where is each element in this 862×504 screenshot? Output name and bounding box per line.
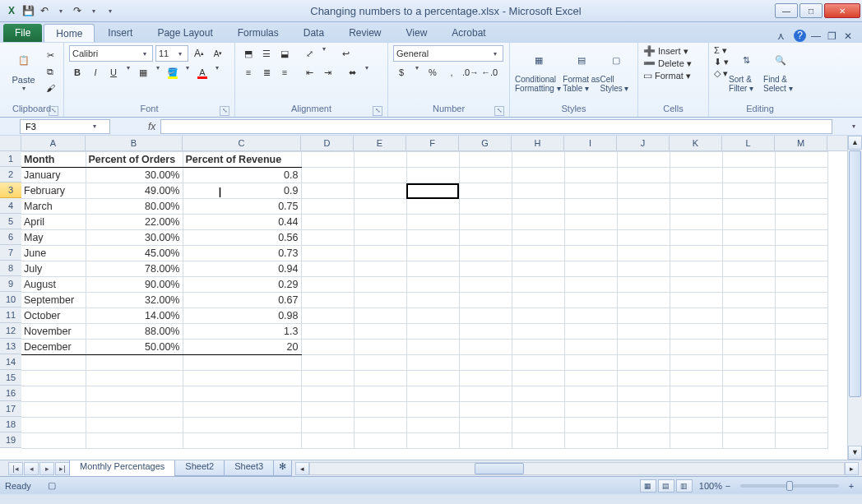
cell-C2[interactable]: 0.8 — [183, 168, 301, 183]
column-header-H[interactable]: H — [512, 136, 564, 150]
cell-I19[interactable] — [564, 433, 617, 449]
cell-G17[interactable] — [459, 402, 512, 418]
cell-G19[interactable] — [459, 433, 512, 449]
row-header-4[interactable]: 4 — [0, 198, 21, 214]
scroll-down-arrow[interactable]: ▼ — [848, 446, 862, 460]
cell-C19[interactable] — [183, 433, 301, 449]
redo-dropdown[interactable]: ▾ — [87, 4, 100, 17]
cell-M9[interactable] — [775, 277, 827, 293]
horizontal-scroll-thumb[interactable] — [475, 463, 524, 474]
cell-L3[interactable] — [722, 183, 775, 199]
border-dropdown[interactable]: ▾ — [153, 64, 163, 81]
review-tab[interactable]: Review — [337, 24, 392, 42]
cell-K1[interactable] — [670, 152, 722, 168]
zoom-thumb[interactable] — [786, 481, 793, 491]
cell-L12[interactable] — [722, 324, 775, 340]
cell-C4[interactable]: 0.75 — [183, 199, 301, 215]
cell-D2[interactable] — [301, 168, 354, 183]
cell-D18[interactable] — [301, 418, 354, 433]
font-size-combo[interactable]: 11▾ — [155, 45, 188, 62]
column-header-J[interactable]: J — [617, 136, 670, 150]
cell-K4[interactable] — [670, 199, 722, 215]
cell-E1[interactable] — [354, 152, 406, 168]
cell-C7[interactable]: 0.73 — [183, 246, 301, 261]
cell-A17[interactable] — [21, 402, 86, 418]
cell-B3[interactable]: 49.00% — [86, 183, 183, 199]
cell-L1[interactable] — [722, 152, 775, 168]
cell-C5[interactable]: 0.44 — [183, 215, 301, 230]
redo-icon[interactable]: ↷ — [71, 4, 84, 17]
row-header-15[interactable]: 15 — [0, 370, 21, 386]
formula-bar-expand[interactable]: ▾ — [849, 123, 859, 130]
acrobat-tab[interactable]: Acrobat — [440, 24, 497, 42]
cell-H4[interactable] — [512, 199, 564, 215]
cell-M8[interactable] — [775, 261, 827, 277]
cell-L15[interactable] — [722, 371, 775, 386]
cell-M15[interactable] — [775, 371, 827, 386]
cell-A18[interactable] — [21, 418, 86, 433]
cell-B19[interactable] — [86, 433, 183, 449]
cell-A10[interactable]: September — [21, 293, 86, 308]
cell-K19[interactable] — [670, 433, 722, 449]
cell-A13[interactable]: December — [21, 340, 86, 355]
cell-G7[interactable] — [459, 246, 512, 261]
cell-D7[interactable] — [301, 246, 354, 261]
name-box-input[interactable] — [21, 122, 90, 132]
cell-D14[interactable] — [301, 355, 354, 371]
cell-K13[interactable] — [670, 340, 722, 355]
cell-M6[interactable] — [775, 230, 827, 246]
cell-C1[interactable]: Percent of Revenue — [183, 152, 301, 168]
row-header-8[interactable]: 8 — [0, 261, 21, 276]
cell-L5[interactable] — [722, 215, 775, 230]
cell-F15[interactable] — [406, 371, 459, 386]
cell-E13[interactable] — [354, 340, 406, 355]
cell-D8[interactable] — [301, 261, 354, 277]
cell-D11[interactable] — [301, 308, 354, 324]
cell-I12[interactable] — [564, 324, 617, 340]
cell-J15[interactable] — [617, 371, 670, 386]
insert-tab[interactable]: Insert — [96, 24, 144, 42]
cell-D9[interactable] — [301, 277, 354, 293]
cell-I9[interactable] — [564, 277, 617, 293]
cell-B17[interactable] — [86, 402, 183, 418]
cell-B4[interactable]: 80.00% — [86, 199, 183, 215]
cell-J5[interactable] — [617, 215, 670, 230]
cell-C10[interactable]: 0.67 — [183, 293, 301, 308]
font-color-button[interactable]: A — [195, 65, 210, 80]
cell-H3[interactable] — [512, 183, 564, 199]
cell-E6[interactable] — [354, 230, 406, 246]
cell-H12[interactable] — [512, 324, 564, 340]
cell-J10[interactable] — [617, 293, 670, 308]
cell-D6[interactable] — [301, 230, 354, 246]
column-header-F[interactable]: F — [406, 136, 459, 150]
cell-C6[interactable]: 0.56 — [183, 230, 301, 246]
column-header-K[interactable]: K — [670, 136, 722, 150]
row-header-2[interactable]: 2 — [0, 167, 21, 183]
currency-dropdown[interactable]: ▾ — [412, 64, 422, 81]
cell-J13[interactable] — [617, 340, 670, 355]
cell-I4[interactable] — [564, 199, 617, 215]
currency-button[interactable]: $ — [394, 65, 409, 80]
merge-dropdown[interactable]: ▾ — [362, 64, 372, 81]
cell-D1[interactable] — [301, 152, 354, 168]
cell-J6[interactable] — [617, 230, 670, 246]
cell-D19[interactable] — [301, 433, 354, 449]
cell-J17[interactable] — [617, 402, 670, 418]
cell-M16[interactable] — [775, 386, 827, 402]
cell-E5[interactable] — [354, 215, 406, 230]
fill-button[interactable]: ⬇ ▾ — [714, 57, 729, 67]
new-sheet-button[interactable]: ✻ — [273, 460, 292, 476]
row-header-13[interactable]: 13 — [0, 339, 21, 354]
alignment-launcher[interactable]: ⤡ — [373, 106, 382, 116]
fx-icon[interactable]: fx — [148, 121, 155, 132]
cell-E8[interactable] — [354, 261, 406, 277]
cell-K10[interactable] — [670, 293, 722, 308]
cell-M18[interactable] — [775, 418, 827, 433]
cell-M13[interactable] — [775, 340, 827, 355]
cell-F9[interactable] — [406, 277, 459, 293]
workbook-close-icon[interactable]: ✕ — [844, 30, 855, 42]
cell-M11[interactable] — [775, 308, 827, 324]
cell-K15[interactable] — [670, 371, 722, 386]
decrease-indent-icon[interactable]: ⇤ — [302, 65, 317, 80]
cell-G1[interactable] — [459, 152, 512, 168]
